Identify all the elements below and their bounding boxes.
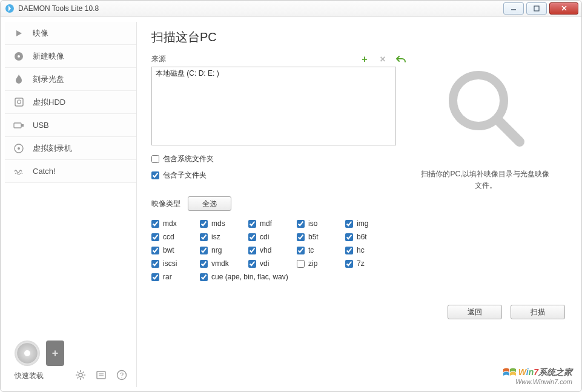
sidebar-item-burn[interactable]: 刻录光盘: [5, 68, 136, 91]
checkbox-label: 包含系统文件夹: [163, 154, 214, 164]
window-controls: [501, 2, 582, 15]
checkbox-label: 包含子文件夹: [163, 170, 207, 181]
svg-point-6: [18, 55, 20, 58]
filetype-vdi[interactable]: vdi: [248, 259, 297, 268]
filetype-mdf[interactable]: mdf: [248, 219, 297, 228]
svg-line-18: [78, 372, 79, 373]
undo-button[interactable]: [396, 55, 406, 64]
filetype-vmdk[interactable]: vmdk: [200, 259, 248, 268]
filetype-mds[interactable]: mds: [200, 219, 248, 228]
svg-line-21: [78, 377, 79, 379]
svg-line-20: [83, 372, 84, 373]
page-title: 扫描这台PC: [151, 29, 406, 45]
remove-source-button: ×: [378, 55, 388, 64]
svg-point-8: [17, 100, 21, 104]
filetype-iso[interactable]: iso: [297, 219, 345, 228]
checkbox-input[interactable]: [151, 171, 159, 179]
filetype-b6t[interactable]: b6t: [345, 233, 394, 241]
back-button[interactable]: 返回: [448, 305, 502, 319]
filetype-hc[interactable]: hc: [345, 246, 394, 254]
play-icon: [13, 28, 24, 39]
svg-text:?: ?: [120, 371, 124, 379]
filetype-grid: mdx mds mdf iso img ccd isz cdi b5t b6t …: [151, 219, 406, 281]
filetype-7z[interactable]: 7z: [345, 259, 394, 268]
maximize-button[interactable]: [526, 2, 547, 15]
svg-rect-22: [97, 371, 105, 379]
filetype-cue[interactable]: cue (ape, bin, flac, wav): [200, 273, 394, 281]
sidebar-item-usb[interactable]: USB: [5, 114, 136, 137]
filetype-vhd[interactable]: vhd: [248, 246, 297, 254]
svg-rect-9: [14, 123, 21, 128]
windows-logo-icon: [503, 367, 516, 378]
source-textarea[interactable]: [151, 67, 396, 145]
source-label: 来源: [151, 54, 166, 64]
svg-point-13: [79, 373, 82, 377]
sidebar-item-images[interactable]: 映像: [5, 22, 136, 45]
filetype-ccd[interactable]: ccd: [151, 233, 200, 241]
sidebar-item-new-image[interactable]: 新建映像: [5, 45, 136, 68]
flame-icon: [13, 74, 24, 85]
wave-icon: [13, 166, 24, 177]
svg-point-12: [18, 147, 20, 150]
disc-icon: [13, 51, 24, 62]
sidebar-item-label: 虚拟刻录机: [33, 143, 72, 154]
add-source-button[interactable]: +: [360, 55, 369, 64]
filetype-isz[interactable]: isz: [200, 233, 248, 241]
app-icon: [5, 4, 15, 13]
image-types-label: 映像类型: [151, 199, 180, 209]
recorder-icon: [13, 143, 24, 154]
svg-rect-2: [534, 6, 539, 11]
include-subfolders-checkbox[interactable]: 包含子文件夹: [151, 170, 406, 181]
filetype-mdx[interactable]: mdx: [151, 219, 200, 228]
bottom-dock: 快速装载: [15, 341, 64, 381]
filetype-cdi[interactable]: cdi: [248, 233, 297, 241]
sidebar-item-label: USB: [33, 121, 49, 130]
help-button[interactable]: ?: [116, 369, 128, 381]
select-all-button[interactable]: 全选: [188, 196, 231, 211]
magnifier-icon: [443, 65, 528, 153]
sidebar-item-label: 新建映像: [33, 51, 64, 62]
sidebar-item-vrecorder[interactable]: 虚拟刻录机: [5, 137, 136, 160]
filetype-rar[interactable]: rar: [151, 273, 200, 281]
svg-line-28: [499, 121, 520, 142]
usb-icon: [13, 120, 24, 131]
sidebar-item-vhdd[interactable]: 虚拟HDD: [5, 91, 136, 114]
close-button[interactable]: [549, 2, 578, 15]
svg-rect-10: [21, 124, 24, 127]
sidebar-item-label: 映像: [33, 28, 48, 39]
sidebar: 映像 新建映像 刻录光盘 虚拟HDD USB 虚拟刻录机: [5, 22, 137, 387]
filetype-bwt[interactable]: bwt: [151, 246, 200, 254]
hint-text: 扫描你的PC,以填补映像目录与光盘映像文件。: [419, 168, 552, 191]
app-title: DAEMON Tools Lite 10.8: [18, 4, 501, 13]
checkbox-input[interactable]: [151, 155, 159, 163]
sidebar-item-catch[interactable]: Catch!: [5, 160, 136, 183]
filetype-img[interactable]: img: [345, 219, 394, 228]
settings-button[interactable]: [74, 369, 87, 381]
quickmount-label: 快速装载: [15, 371, 44, 381]
add-device-button[interactable]: [46, 341, 64, 366]
sidebar-item-label: 刻录光盘: [33, 74, 64, 85]
titlebar: DAEMON Tools Lite 10.8: [0, 0, 582, 17]
svg-rect-7: [15, 98, 23, 106]
sidebar-item-label: 虚拟HDD: [33, 97, 65, 108]
hdd-icon: [13, 97, 24, 108]
filetype-nrg[interactable]: nrg: [200, 246, 248, 254]
scan-button[interactable]: 扫描: [511, 305, 565, 319]
filetype-zip[interactable]: zip: [297, 259, 345, 268]
filetype-tc[interactable]: tc: [297, 246, 345, 254]
quickmount-disc-button[interactable]: [15, 341, 40, 366]
filetype-b5t[interactable]: b5t: [297, 233, 345, 241]
minimize-button[interactable]: [503, 2, 524, 15]
svg-line-19: [83, 377, 84, 379]
filetype-iscsi[interactable]: iscsi: [151, 259, 200, 268]
include-sysfolders-checkbox[interactable]: 包含系统文件夹: [151, 154, 406, 164]
news-button[interactable]: [95, 369, 107, 381]
watermark: Win7系统之家 Www.Winwin7.com: [503, 367, 572, 386]
sidebar-item-label: Catch!: [33, 167, 56, 176]
